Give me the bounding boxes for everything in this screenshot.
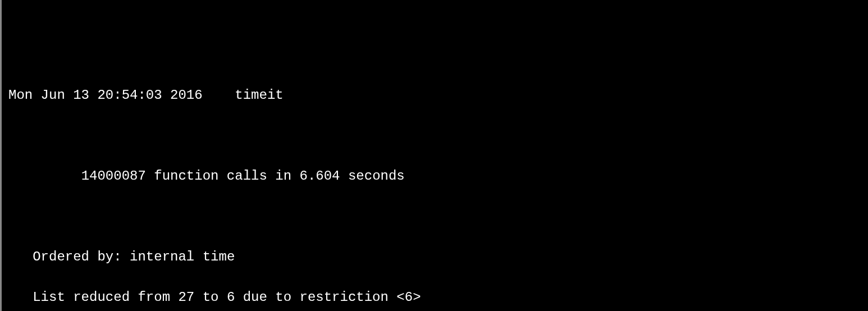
total-seconds: 6.604 — [300, 168, 340, 184]
ordering-line: Ordered by: internal time — [8, 247, 861, 267]
total-calls: 14000087 — [81, 168, 146, 184]
profiler-header: Mon Jun 13 20:54:03 2016 timeit — [8, 85, 861, 106]
summary-line: 14000087 function calls in 6.604 seconds — [8, 166, 861, 186]
blank-line — [8, 126, 861, 146]
reduced-to: 6 — [227, 290, 235, 305]
reduction-line: List reduced from 27 to 6 due to restric… — [8, 287, 861, 308]
reduced-from: 27 — [178, 290, 194, 305]
profiler-label: timeit — [235, 88, 283, 103]
timestamp: Mon Jun 13 20:54:03 2016 — [8, 88, 203, 103]
blank-line — [8, 207, 861, 227]
order-by: internal time — [130, 249, 235, 264]
